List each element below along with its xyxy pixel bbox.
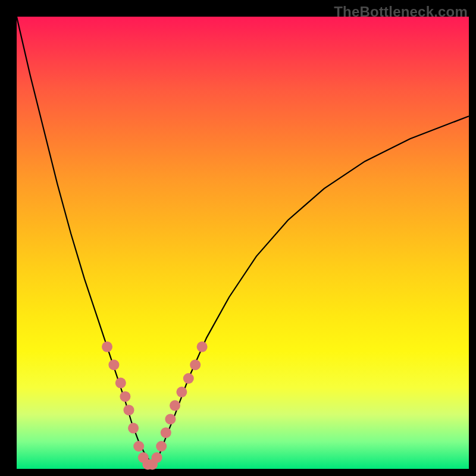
marker-point	[161, 427, 171, 438]
marker-point	[152, 452, 162, 463]
marker-point	[183, 373, 194, 384]
marker-point	[170, 400, 180, 411]
marker-point	[120, 391, 130, 402]
marker-point	[108, 359, 119, 370]
marker-point	[197, 342, 208, 352]
marker-point	[128, 423, 139, 434]
marker-point	[165, 414, 176, 424]
marker-point	[190, 359, 201, 370]
bottleneck-curve	[17, 17, 469, 464]
plot-area	[17, 17, 469, 469]
marker-point	[115, 378, 126, 389]
marker-point	[133, 441, 144, 452]
marker-point	[102, 342, 112, 352]
curve-svg	[17, 17, 469, 469]
marker-point	[176, 387, 187, 397]
chart-container: TheBottleneck.com	[0, 0, 476, 476]
marker-group	[102, 342, 208, 470]
marker-point	[124, 405, 134, 415]
marker-point	[156, 441, 167, 452]
watermark-text: TheBottleneck.com	[334, 4, 468, 20]
